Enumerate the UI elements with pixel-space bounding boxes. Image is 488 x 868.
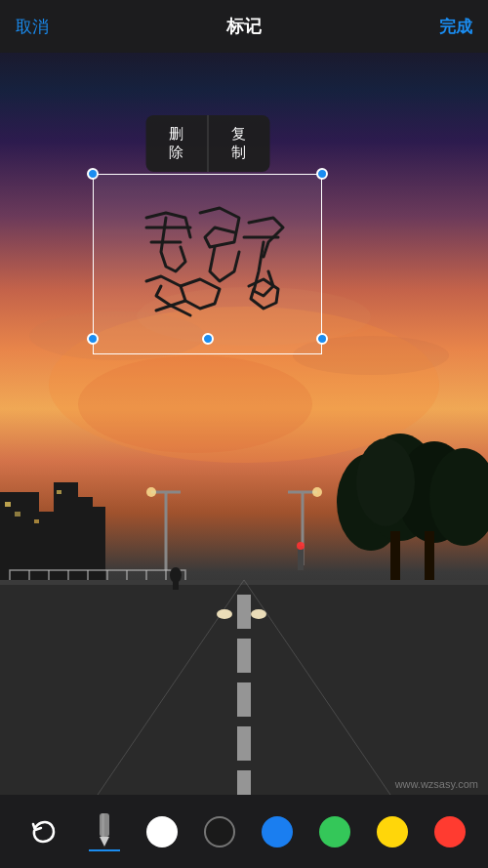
page-title: 标记 (226, 15, 262, 38)
svg-rect-9 (88, 507, 105, 590)
color-black[interactable] (204, 816, 235, 847)
svg-point-48 (297, 542, 305, 550)
svg-rect-40 (237, 682, 251, 717)
photo: 删除 复制 (0, 53, 488, 795)
delete-button[interactable]: 删除 (145, 115, 208, 172)
color-red[interactable] (434, 816, 466, 847)
svg-marker-53 (100, 837, 109, 847)
signature (93, 174, 322, 354)
watermark: www.wzsasy.com (395, 778, 478, 790)
svg-rect-42 (237, 770, 251, 795)
canvas-area[interactable]: 删除 复制 (0, 53, 488, 795)
copy-button[interactable]: 复制 (208, 115, 269, 172)
svg-rect-41 (237, 726, 251, 761)
done-button[interactable]: 完成 (439, 16, 472, 38)
svg-rect-50 (173, 580, 179, 590)
color-white[interactable] (146, 816, 178, 847)
svg-rect-12 (34, 519, 39, 523)
svg-point-23 (146, 487, 156, 497)
svg-rect-20 (425, 531, 434, 580)
svg-rect-11 (15, 512, 20, 517)
cancel-button[interactable]: 取消 (16, 16, 49, 38)
svg-point-46 (251, 609, 266, 619)
svg-point-45 (217, 609, 232, 619)
svg-rect-38 (237, 595, 251, 629)
color-green[interactable] (319, 816, 350, 847)
top-bar: 取消 标记 完成 (0, 0, 488, 53)
context-menu: 删除 复制 (145, 115, 269, 172)
svg-rect-19 (390, 531, 400, 580)
svg-rect-13 (57, 490, 61, 494)
svg-rect-39 (237, 639, 251, 673)
color-yellow[interactable] (377, 816, 408, 847)
svg-rect-10 (5, 502, 11, 507)
bottom-toolbar (0, 795, 488, 868)
undo-button[interactable] (23, 812, 62, 851)
color-blue[interactable] (262, 816, 293, 847)
undo-icon (29, 818, 57, 846)
svg-point-26 (312, 487, 322, 497)
svg-point-1 (78, 355, 312, 453)
pen-icon (93, 811, 116, 848)
svg-rect-52 (102, 813, 104, 839)
svg-point-18 (356, 438, 415, 526)
pen-tool[interactable] (89, 812, 120, 851)
selection-container[interactable]: 删除 复制 (93, 158, 322, 339)
